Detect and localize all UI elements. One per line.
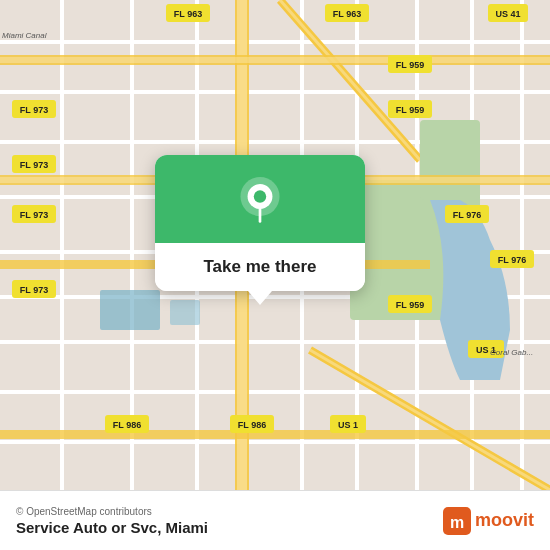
- svg-text:FL 976: FL 976: [498, 255, 526, 265]
- svg-text:FL 986: FL 986: [113, 420, 141, 430]
- svg-rect-27: [100, 290, 160, 330]
- svg-rect-34: [0, 430, 550, 439]
- map-attribution: © OpenStreetMap contributors: [16, 506, 208, 517]
- svg-text:FL 963: FL 963: [333, 9, 361, 19]
- svg-rect-11: [0, 90, 550, 94]
- svg-rect-17: [0, 390, 550, 394]
- svg-point-71: [254, 190, 266, 202]
- map-view: FL 963 FL 963 FL 973 FL 973 FL 973 FL 97…: [0, 0, 550, 490]
- location-label: Service Auto or Svc, Miami: [16, 519, 208, 536]
- bottom-bar: © OpenStreetMap contributors Service Aut…: [0, 490, 550, 550]
- location-popup: Take me there: [155, 155, 365, 291]
- svg-rect-1: [60, 0, 64, 490]
- svg-text:Miami Canal: Miami Canal: [2, 31, 47, 40]
- svg-rect-26: [420, 120, 480, 200]
- take-me-there-button[interactable]: Take me there: [155, 243, 365, 291]
- svg-text:FL 973: FL 973: [20, 210, 48, 220]
- svg-text:Coral Gab...: Coral Gab...: [490, 348, 533, 357]
- svg-text:FL 959: FL 959: [396, 60, 424, 70]
- svg-text:FL 976: FL 976: [453, 210, 481, 220]
- moovit-logo[interactable]: m moovit: [443, 507, 534, 535]
- svg-text:FL 973: FL 973: [20, 105, 48, 115]
- svg-text:US 41: US 41: [495, 9, 520, 19]
- svg-text:FL 963: FL 963: [174, 9, 202, 19]
- svg-text:FL 959: FL 959: [396, 105, 424, 115]
- svg-text:m: m: [450, 514, 464, 531]
- svg-text:FL 986: FL 986: [238, 420, 266, 430]
- svg-text:FL 973: FL 973: [20, 160, 48, 170]
- svg-rect-9: [520, 0, 524, 490]
- location-pin-icon: [236, 177, 284, 225]
- svg-rect-30: [0, 57, 550, 63]
- svg-rect-28: [170, 300, 200, 325]
- popup-header: [155, 155, 365, 243]
- popup-tail: [248, 291, 272, 305]
- location-info: © OpenStreetMap contributors Service Aut…: [16, 506, 208, 536]
- svg-rect-10: [0, 40, 550, 44]
- svg-text:US 1: US 1: [338, 420, 358, 430]
- svg-text:FL 973: FL 973: [20, 285, 48, 295]
- moovit-text-label: moovit: [475, 510, 534, 531]
- svg-text:FL 959: FL 959: [396, 300, 424, 310]
- moovit-icon: m: [443, 507, 471, 535]
